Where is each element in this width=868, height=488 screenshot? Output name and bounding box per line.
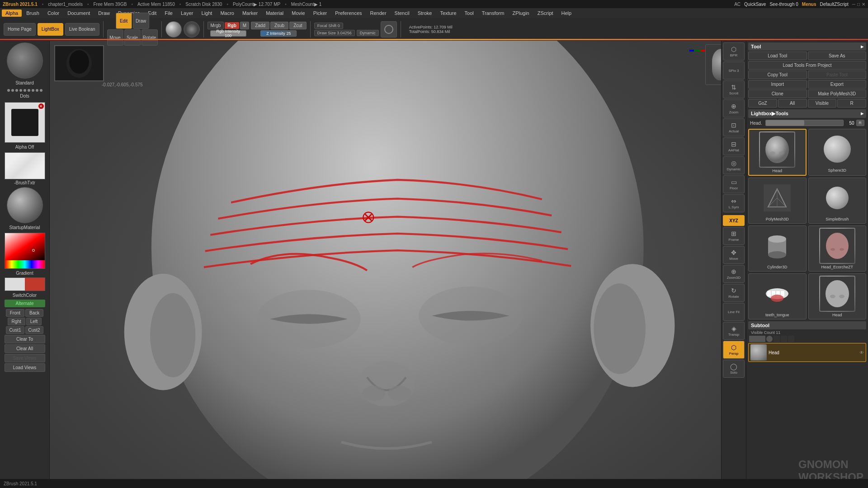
cust1-btn[interactable]: Cust1	[6, 326, 24, 334]
clear-all-btn[interactable]: Clear All	[5, 344, 45, 353]
menu-item-render[interactable]: Render	[367, 9, 390, 17]
load-tools-from-project-btn[interactable]: Load Tools From Project	[748, 61, 866, 70]
save-as-btn[interactable]: Save As	[808, 52, 867, 60]
menu-item-light[interactable]: Light	[198, 9, 216, 17]
menu-item-brush[interactable]: Brush	[23, 9, 43, 17]
lightbox-tools-header[interactable]: Lightbox▶Tools ▶	[748, 109, 866, 118]
zoom-btn[interactable]: ⊕ Zoom	[723, 99, 745, 117]
aaflat-btn[interactable]: ⊟ AAFlat	[723, 137, 745, 155]
edit-btn[interactable]: Edit	[116, 13, 132, 29]
home-page-btn[interactable]: Home Page	[4, 23, 36, 36]
head-slider-track[interactable]	[765, 120, 844, 126]
alternate-btn[interactable]: Alternate	[5, 300, 45, 307]
brush-txtr-preview[interactable]	[5, 152, 45, 179]
menu-item-document[interactable]: Document	[64, 9, 94, 17]
mrgb-btn[interactable]: Mrgb	[208, 22, 224, 29]
alpha-off-box[interactable]: ✕	[5, 102, 45, 143]
persp-btn[interactable]: ⬡ Persp	[723, 341, 745, 359]
draw-btn[interactable]: Draw	[133, 13, 149, 29]
menu-item-layer[interactable]: Layer	[177, 9, 197, 17]
menu-item-macro[interactable]: Macro	[217, 9, 238, 17]
tool-panel-header[interactable]: Tool ▶	[748, 42, 866, 51]
head-r-btn[interactable]: R	[856, 120, 865, 126]
menu-item-stencil[interactable]: Stencil	[391, 9, 413, 17]
menu-item-material[interactable]: Material	[262, 9, 287, 17]
subtool-item-head[interactable]: Head 👁	[748, 343, 866, 362]
default2script-label[interactable]: DefaultZScript	[820, 2, 849, 7]
canvas-thumbnail[interactable]	[54, 45, 104, 81]
clear-to-btn[interactable]: Clear To	[5, 335, 45, 343]
live-boolean-btn[interactable]: Live Boolean	[65, 23, 99, 36]
solo-btn[interactable]: ◯ Solo	[723, 360, 745, 378]
menu-item-stroke[interactable]: Stroke	[414, 9, 436, 17]
rgb-btn[interactable]: Rgb	[225, 22, 239, 29]
r-btn[interactable]: R	[837, 99, 866, 108]
dots-preview[interactable]	[2, 89, 47, 92]
tool-card-sphere3d[interactable]: Sphere3D	[808, 129, 867, 176]
export-btn[interactable]: Export	[808, 80, 867, 89]
menu-item-zscript[interactable]: ZScript	[534, 9, 557, 17]
tool-card-head2[interactable]: Head	[808, 273, 867, 319]
load-tool-btn[interactable]: Load Tool	[748, 52, 807, 60]
menu-item-movie[interactable]: Movie	[288, 9, 308, 17]
tool-card-cylinder3d[interactable]: Cylinder3D	[748, 225, 807, 272]
tool-card-head-ecorche[interactable]: Head_EcorcheZT	[808, 225, 867, 272]
floor-btn[interactable]: ▭ Floor	[723, 175, 745, 193]
tool-card-head[interactable]: Head	[748, 129, 807, 176]
frame-btn[interactable]: ⊞ Frame	[723, 227, 745, 245]
color-gradient[interactable]	[5, 233, 45, 260]
right-btn[interactable]: Rght	[8, 318, 25, 325]
gradient-swatch[interactable]	[5, 277, 45, 291]
rotate-btn[interactable]: Rotate	[142, 29, 158, 46]
seethrough-label[interactable]: See-through 0	[769, 2, 798, 7]
zsub-btn[interactable]: Zsub	[270, 22, 288, 29]
clone-btn[interactable]: Clone	[748, 89, 807, 98]
all-btn[interactable]: All	[778, 99, 807, 108]
transp-btn[interactable]: ◈ Transp	[723, 322, 745, 340]
copy-tool-btn[interactable]: Copy Tool	[748, 70, 807, 79]
menu-item-transform[interactable]: Transform	[478, 9, 508, 17]
zcut-btn[interactable]: Zcut	[289, 22, 306, 29]
visible-btn[interactable]: Visible	[808, 99, 837, 108]
linefil-btn[interactable]: Line Fil	[723, 303, 745, 321]
canvas-area[interactable]: -0.027,-0.605,-0.575	[50, 41, 746, 479]
dynamic-btn[interactable]: Dynamic	[357, 30, 379, 36]
subtool-lock-icon[interactable]	[774, 336, 780, 342]
menu-item-zplugin[interactable]: ZPlugin	[509, 9, 533, 17]
focal-shift-label[interactable]: Focal Shift 0	[314, 23, 343, 29]
move-btn[interactable]: Move	[107, 29, 123, 46]
menu-item-alpha[interactable]: Alpha	[2, 9, 22, 17]
m-btn[interactable]: M	[240, 22, 249, 29]
menu-item-color[interactable]: Color	[44, 9, 63, 17]
menu-item-preferences[interactable]: Preferences	[331, 9, 365, 17]
left-btn[interactable]: Left	[26, 318, 42, 325]
color-strip[interactable]	[5, 260, 45, 268]
menu-item-tool[interactable]: Tool	[461, 9, 477, 17]
color-picker[interactable]	[5, 233, 45, 269]
paste-tool-btn[interactable]: Paste Tool	[808, 70, 867, 79]
zadd-btn[interactable]: Zadd	[251, 22, 269, 29]
lsym-btn[interactable]: ⇔ L.Sym	[723, 194, 745, 212]
head-slider-row[interactable]: Head. 50 R	[748, 119, 866, 127]
quicksave-btn[interactable]: QuickSave	[744, 2, 766, 7]
dynamic-btn-nav[interactable]: ◎ Dynamic	[723, 156, 745, 174]
menu-item-marker[interactable]: Marker	[239, 9, 261, 17]
move-btn-nav[interactable]: ✥ Move	[723, 246, 745, 264]
z-intensity-slider[interactable]: Z Intensity 25	[251, 30, 306, 37]
lightbox-btn[interactable]: LightBox	[38, 23, 63, 36]
window-controls[interactable]: ─ □ ✕	[852, 2, 865, 7]
draw-size-label[interactable]: Draw Size 3.04256	[314, 30, 355, 36]
rgb-intensity-slider[interactable]: Rgb Intensity 100	[208, 30, 250, 37]
subtool-color-icon[interactable]	[781, 336, 787, 342]
bpr-btn[interactable]: ⬡ BPR	[723, 42, 745, 61]
subtool-control-1[interactable]	[749, 336, 765, 342]
rotate-btn-nav[interactable]: ↻ Rotate	[723, 284, 745, 302]
subtool-eye-visible-icon[interactable]: 👁	[859, 350, 864, 355]
goz-btn[interactable]: GoZ	[748, 99, 777, 108]
menu-item-help[interactable]: Help	[558, 9, 576, 17]
back-btn[interactable]: Back	[25, 309, 43, 317]
menu-item-picker[interactable]: Picker	[310, 9, 331, 17]
tool-card-simplebrush[interactable]: SimpleBrush	[808, 178, 867, 224]
tool-card-teeth-tongue[interactable]: teeth_tongue	[748, 273, 807, 319]
load-views-btn[interactable]: Load Views	[5, 363, 45, 372]
